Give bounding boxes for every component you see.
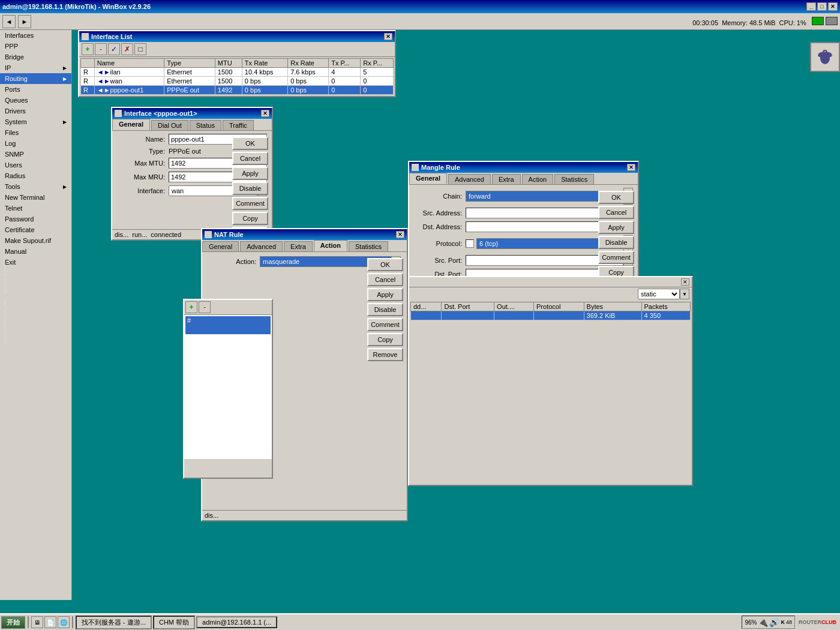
sidebar-item-routing[interactable]: Routing▶: [0, 73, 71, 84]
sidebar-item-tools[interactable]: Tools▶: [0, 181, 71, 192]
mangle-cancel-button[interactable]: Cancel: [598, 206, 634, 219]
sidebar-item-ppp[interactable]: PPP: [0, 41, 71, 52]
nat-rule-close[interactable]: ✕: [396, 231, 404, 238]
col-type[interactable]: Type: [164, 59, 215, 68]
small-selected-row[interactable]: [185, 325, 271, 334]
sidebar-item-ports[interactable]: Ports: [0, 84, 71, 95]
sidebar-item-exit[interactable]: Exit: [0, 257, 71, 268]
tab-dial-out[interactable]: Dial Out: [151, 120, 188, 130]
col-bytes[interactable]: Bytes: [584, 302, 641, 311]
back-button[interactable]: ◄: [2, 15, 16, 28]
comment-interface-btn[interactable]: □: [134, 43, 146, 55]
mangle-comment-button[interactable]: Comment: [598, 251, 634, 264]
minimize-button[interactable]: _: [806, 2, 816, 11]
nat-tab-action[interactable]: Action: [314, 240, 347, 251]
interface-pppoe-close[interactable]: ✕: [261, 110, 269, 117]
quicklaunch-icon1[interactable]: 🖥: [31, 616, 43, 628]
copy-button[interactable]: Copy: [232, 212, 268, 225]
sidebar-item-password[interactable]: Password: [0, 214, 71, 224]
route-type-select[interactable]: static: [638, 289, 680, 299]
protocol-select[interactable]: 6 (tcp): [476, 238, 613, 249]
maximize-button[interactable]: □: [817, 2, 827, 11]
small-add-btn[interactable]: +: [185, 301, 197, 313]
interface-list-close[interactable]: ✕: [384, 33, 392, 40]
nat-tab-statistics[interactable]: Statistics: [349, 241, 388, 251]
sidebar-item-radius[interactable]: Radius: [0, 170, 71, 181]
col-tx-p[interactable]: Tx P...: [329, 59, 361, 68]
table-row[interactable]: R ◄►wan Ethernet 1500 0 bps 0 bps 0 0: [81, 77, 394, 86]
route-table-close[interactable]: ✕: [681, 278, 689, 286]
forward-button[interactable]: ►: [18, 15, 31, 28]
nat-tab-general[interactable]: General: [202, 241, 239, 251]
quicklaunch-icon2[interactable]: 📄: [44, 616, 56, 628]
col-name[interactable]: Name: [94, 59, 164, 68]
col-mtu[interactable]: MTU: [215, 59, 242, 68]
sidebar-item-drivers[interactable]: Drivers: [0, 106, 71, 116]
quicklaunch-icon3[interactable]: 🌐: [58, 616, 70, 628]
sidebar-item-new-terminal[interactable]: New Terminal: [0, 192, 71, 203]
mangle-rule-close[interactable]: ✕: [627, 164, 635, 171]
protocol-checkbox[interactable]: [466, 239, 474, 248]
taskbar-item-1[interactable]: 找不到服务器 - 遨游...: [76, 616, 152, 629]
close-button[interactable]: ✕: [828, 2, 838, 11]
col-packets[interactable]: Packets: [641, 302, 691, 311]
remove-interface-btn[interactable]: -: [95, 43, 107, 55]
tab-general[interactable]: General: [112, 119, 150, 130]
nat-ok-button[interactable]: OK: [367, 258, 403, 271]
sidebar-item-queues[interactable]: Queues: [0, 95, 71, 106]
sidebar-item-telnet[interactable]: Telnet: [0, 203, 71, 214]
table-row[interactable]: R ◄►pppoe-out1 PPPoE out 1492 0 bps 0 bp…: [81, 86, 394, 95]
tab-status[interactable]: Status: [190, 120, 221, 130]
sidebar-item-interfaces[interactable]: Interfaces: [0, 30, 71, 41]
apply-button[interactable]: Apply: [232, 167, 268, 180]
col-rx-p[interactable]: Rx P...: [361, 59, 394, 68]
sidebar-item-certificate[interactable]: Certificate: [0, 224, 71, 235]
sidebar-item-snmp[interactable]: SNMP: [0, 149, 71, 160]
mangle-tab-extra[interactable]: Extra: [492, 174, 521, 184]
mangle-tab-statistics[interactable]: Statistics: [554, 174, 594, 184]
taskbar-item-3[interactable]: admin@192.168.1.1 (...: [196, 616, 277, 628]
nat-disable-button[interactable]: Disable: [367, 303, 403, 316]
sidebar-item-manual[interactable]: Manual: [0, 246, 71, 257]
disable-button[interactable]: Disable: [232, 182, 268, 195]
mangle-tab-general[interactable]: General: [409, 173, 447, 184]
table-row[interactable]: 369.2 KiB 4 350: [411, 311, 691, 320]
nat-tab-extra[interactable]: Extra: [284, 241, 313, 251]
taskbar-item-2[interactable]: CHM 帮助: [153, 616, 195, 629]
nat-cancel-button[interactable]: Cancel: [367, 273, 403, 286]
sidebar-item-users[interactable]: Users: [0, 160, 71, 170]
nat-remove-button[interactable]: Remove: [367, 348, 403, 361]
route-type-dropdown[interactable]: ▼: [680, 289, 689, 299]
mangle-ok-button[interactable]: OK: [598, 191, 634, 204]
table-row[interactable]: R ◄►ilan Ethernet 1500 10.4 kbps 7.6 kbp…: [81, 68, 394, 77]
sidebar-item-files[interactable]: Files: [0, 127, 71, 138]
col-dd[interactable]: dd...: [411, 302, 442, 311]
disable-interface-btn[interactable]: ✗: [121, 43, 133, 55]
sidebar-item-system[interactable]: System▶: [0, 116, 71, 127]
col-out[interactable]: Out....: [494, 302, 534, 311]
col-protocol[interactable]: Protocol: [534, 302, 584, 311]
sidebar-item-make-supout[interactable]: Make Supout.rif: [0, 235, 71, 246]
col-dst-port[interactable]: Dst. Port: [442, 302, 494, 311]
nat-apply-button[interactable]: Apply: [367, 288, 403, 301]
mangle-disable-button[interactable]: Disable: [598, 236, 634, 249]
start-button[interactable]: 开始: [1, 616, 25, 629]
mangle-tab-advanced[interactable]: Advanced: [448, 174, 491, 184]
sidebar-item-ip[interactable]: IP▶: [0, 62, 71, 73]
sidebar-item-log[interactable]: Log: [0, 138, 71, 149]
add-interface-btn[interactable]: +: [82, 43, 94, 55]
enable-interface-btn[interactable]: ✓: [108, 43, 120, 55]
nat-copy-button[interactable]: Copy: [367, 333, 403, 346]
nat-comment-button[interactable]: Comment: [367, 318, 403, 331]
tab-traffic[interactable]: Traffic: [223, 120, 254, 130]
sidebar-item-bridge[interactable]: Bridge: [0, 52, 71, 62]
ok-button[interactable]: OK: [232, 137, 268, 150]
small-remove-btn[interactable]: -: [199, 301, 211, 313]
col-tx-rate[interactable]: Tx Rate: [242, 59, 287, 68]
mangle-apply-button[interactable]: Apply: [598, 221, 634, 234]
mangle-tab-action[interactable]: Action: [522, 174, 554, 184]
col-rx-rate[interactable]: Rx Rate: [288, 59, 329, 68]
nat-tab-advanced[interactable]: Advanced: [240, 241, 283, 251]
chain-select[interactable]: forward: [466, 191, 613, 202]
comment-button[interactable]: Comment: [232, 197, 268, 210]
